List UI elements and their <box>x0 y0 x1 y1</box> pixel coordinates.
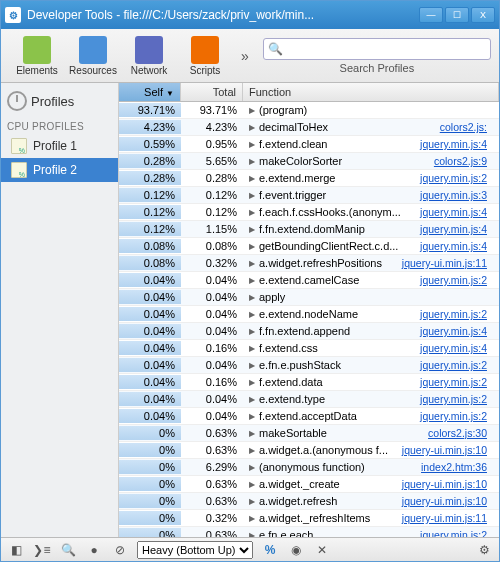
expand-icon[interactable]: ▶ <box>249 259 255 268</box>
table-row[interactable]: 0.04%0.04%▶apply <box>119 289 499 306</box>
source-link[interactable]: jquery.min.js:2 <box>420 376 493 388</box>
delete-icon[interactable]: ✕ <box>313 543 331 557</box>
source-link[interactable]: jquery-ui.min.js:10 <box>402 478 493 490</box>
clear-icon[interactable]: ⊘ <box>111 543 129 557</box>
table-row[interactable]: 0.04%0.04%▶e.fn.e.pushStackjquery.min.js… <box>119 357 499 374</box>
source-link[interactable]: jquery-ui.min.js:10 <box>402 495 493 507</box>
sidebar-item-profile-2[interactable]: Profile 2 <box>1 158 118 182</box>
source-link[interactable]: colors2.js:9 <box>434 155 493 167</box>
close-button[interactable]: X <box>471 7 495 23</box>
expand-icon[interactable]: ▶ <box>249 480 255 489</box>
expand-icon[interactable]: ▶ <box>249 310 255 319</box>
expand-icon[interactable]: ▶ <box>249 327 255 336</box>
col-function[interactable]: Function <box>243 83 499 101</box>
expand-icon[interactable]: ▶ <box>249 446 255 455</box>
dock-icon[interactable]: ◧ <box>7 543 25 557</box>
source-link[interactable]: jquery-ui.min.js:11 <box>402 257 493 269</box>
source-link[interactable]: jquery.min.js:2 <box>420 274 493 286</box>
record-icon[interactable]: ● <box>85 543 103 557</box>
expand-icon[interactable]: ▶ <box>249 378 255 387</box>
expand-icon[interactable]: ▶ <box>249 106 255 115</box>
table-row[interactable]: 0%0.63%▶a.widget._createjquery-ui.min.js… <box>119 476 499 493</box>
table-row[interactable]: 0%0.63%▶makeSortablecolors2.js:30 <box>119 425 499 442</box>
profile-grid[interactable]: Self Total Function 93.71%93.71%▶(progra… <box>119 83 499 537</box>
col-self[interactable]: Self <box>119 83 181 101</box>
expand-icon[interactable]: ▶ <box>249 497 255 506</box>
expand-icon[interactable]: ▶ <box>249 123 255 132</box>
table-row[interactable]: 93.71%93.71%▶(program) <box>119 102 499 119</box>
expand-icon[interactable]: ▶ <box>249 429 255 438</box>
table-row[interactable]: 0.04%0.04%▶f.extend.acceptDatajquery.min… <box>119 408 499 425</box>
source-link[interactable]: jquery.min.js:4 <box>420 342 493 354</box>
source-link[interactable]: colors2.js:30 <box>428 427 493 439</box>
tool-elements[interactable]: Elements <box>9 34 65 78</box>
table-row[interactable]: 0%0.32%▶a.widget._refreshItemsjquery-ui.… <box>119 510 499 527</box>
expand-icon[interactable]: ▶ <box>249 395 255 404</box>
expand-icon[interactable]: ▶ <box>249 157 255 166</box>
table-row[interactable]: 0.04%0.16%▶f.extend.cssjquery.min.js:4 <box>119 340 499 357</box>
source-link[interactable]: jquery.min.js:2 <box>420 393 493 405</box>
source-link[interactable]: jquery-ui.min.js:11 <box>402 512 493 524</box>
expand-icon[interactable]: ▶ <box>249 242 255 251</box>
table-row[interactable]: 0.08%0.08%▶getBoundingClientRect.c.d...j… <box>119 238 499 255</box>
expand-icon[interactable]: ▶ <box>249 140 255 149</box>
minimize-button[interactable]: — <box>419 7 443 23</box>
expand-icon[interactable]: ▶ <box>249 174 255 183</box>
source-link[interactable]: index2.htm:36 <box>421 461 493 473</box>
expand-icon[interactable]: ▶ <box>249 344 255 353</box>
table-row[interactable]: 0.08%0.32%▶a.widget.refreshPositionsjque… <box>119 255 499 272</box>
col-total[interactable]: Total <box>181 83 243 101</box>
tool-resources[interactable]: Resources <box>65 34 121 78</box>
table-row[interactable]: 0.04%0.04%▶f.fn.extend.appendjquery.min.… <box>119 323 499 340</box>
maximize-button[interactable]: ☐ <box>445 7 469 23</box>
source-link[interactable]: jquery.min.js:2 <box>420 359 493 371</box>
source-link[interactable]: jquery-ui.min.js:10 <box>402 444 493 456</box>
table-row[interactable]: 0%0.63%▶a.widget.a.(anonymous f...jquery… <box>119 442 499 459</box>
source-link[interactable]: jquery.min.js:4 <box>420 138 493 150</box>
source-link[interactable]: jquery.min.js:2 <box>420 529 493 537</box>
expand-icon[interactable]: ▶ <box>249 463 255 472</box>
profiles-header[interactable]: Profiles <box>1 87 118 115</box>
table-row[interactable]: 0%6.29%▶(anonymous function)index2.htm:3… <box>119 459 499 476</box>
expand-icon[interactable]: ▶ <box>249 208 255 217</box>
table-row[interactable]: 0.28%5.65%▶makeColorSortercolors2.js:9 <box>119 153 499 170</box>
table-row[interactable]: 0.59%0.95%▶f.extend.cleanjquery.min.js:4 <box>119 136 499 153</box>
source-link[interactable]: jquery.min.js:2 <box>420 308 493 320</box>
expand-icon[interactable]: ▶ <box>249 276 255 285</box>
table-row[interactable]: 0.04%0.04%▶e.extend.camelCasejquery.min.… <box>119 272 499 289</box>
source-link[interactable]: jquery.min.js:2 <box>420 410 493 422</box>
expand-icon[interactable]: ▶ <box>249 514 255 523</box>
tool-network[interactable]: Network <box>121 34 177 78</box>
table-row[interactable]: 0.04%0.16%▶f.extend.datajquery.min.js:2 <box>119 374 499 391</box>
tool-scripts[interactable]: Scripts <box>177 34 233 78</box>
expand-icon[interactable]: ▶ <box>249 361 255 370</box>
table-row[interactable]: 0.12%0.12%▶f.each.f.cssHooks.(anonym...j… <box>119 204 499 221</box>
table-row[interactable]: 0.12%0.12%▶f.event.triggerjquery.min.js:… <box>119 187 499 204</box>
expand-icon[interactable]: ▶ <box>249 293 255 302</box>
source-link[interactable]: jquery.min.js:4 <box>420 206 493 218</box>
source-link[interactable]: jquery.min.js:2 <box>420 172 493 184</box>
table-row[interactable]: 0%0.63%▶a.widget.refreshjquery-ui.min.js… <box>119 493 499 510</box>
view-mode-select[interactable]: Heavy (Bottom Up) <box>137 541 253 559</box>
source-link[interactable]: jquery.min.js:3 <box>420 189 493 201</box>
source-link[interactable]: colors2.js: <box>440 121 493 133</box>
console-icon[interactable]: ❯≡ <box>33 543 51 557</box>
toolbar-overflow-icon[interactable]: » <box>237 48 253 64</box>
table-row[interactable]: 0.12%1.15%▶f.fn.extend.domManipjquery.mi… <box>119 221 499 238</box>
percent-toggle[interactable]: % <box>261 543 279 557</box>
settings-icon[interactable]: ⚙ <box>475 543 493 557</box>
table-row[interactable]: 4.23%4.23%▶decimalToHexcolors2.js: <box>119 119 499 136</box>
sidebar-item-profile-1[interactable]: Profile 1 <box>1 134 118 158</box>
table-row[interactable]: 0.28%0.28%▶e.extend.mergejquery.min.js:2 <box>119 170 499 187</box>
table-row[interactable]: 0%0.63%▶e.fn.e.eachjquery.min.js:2 <box>119 527 499 537</box>
source-link[interactable]: jquery.min.js:4 <box>420 223 493 235</box>
expand-icon[interactable]: ▶ <box>249 225 255 234</box>
magnify-icon[interactable]: 🔍 <box>59 543 77 557</box>
source-link[interactable]: jquery.min.js:4 <box>420 325 493 337</box>
focus-icon[interactable]: ◉ <box>287 543 305 557</box>
expand-icon[interactable]: ▶ <box>249 412 255 421</box>
source-link[interactable]: jquery.min.js:4 <box>420 240 493 252</box>
expand-icon[interactable]: ▶ <box>249 531 255 538</box>
search-input[interactable] <box>263 38 491 60</box>
expand-icon[interactable]: ▶ <box>249 191 255 200</box>
